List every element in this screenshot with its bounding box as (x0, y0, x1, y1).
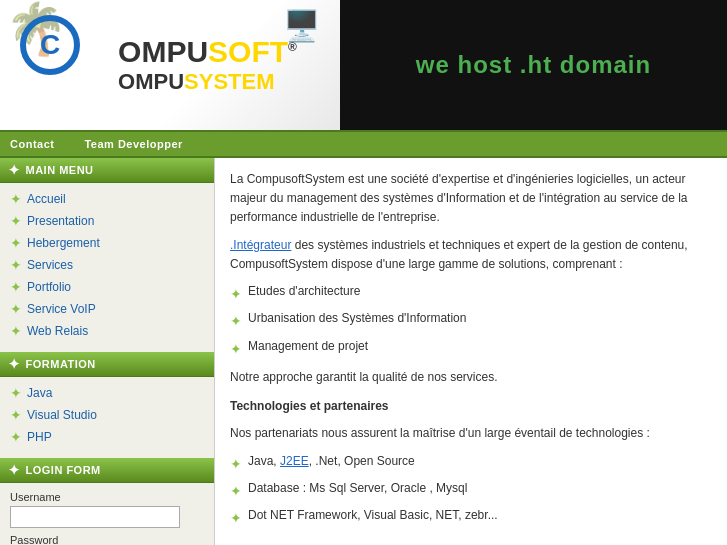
partnerships-text: Nos partenariats nous assurent la maîtri… (230, 424, 712, 443)
logo-compusoft: OMPUSOFT® (118, 35, 297, 69)
bullet-text: Urbanisation des Systèmes d'Information (248, 309, 466, 328)
header: 🌴 C 🖥️ OMPUSOFT® OMPUSYSTEM we host .ht … (0, 0, 727, 130)
nav-team-dev[interactable]: Team Developper (84, 138, 182, 150)
link-label: Service VoIP (27, 302, 96, 316)
tech-items-list: ✦ Java, J2EE, .Net, Open Source ✦ Databa… (230, 452, 712, 530)
sidebar-link-services[interactable]: ✦ Services (0, 254, 214, 276)
logo-text: OMPUSOFT® OMPUSYSTEM (118, 35, 297, 95)
bullet-icon: ✦ (230, 480, 242, 502)
sidebar-login-header: ✦ Login Form (0, 458, 214, 483)
sidebar-link-accueil[interactable]: ✦ Accueil (0, 188, 214, 210)
bullet-icon: ✦ (10, 279, 22, 295)
sidebar-link-php[interactable]: ✦ PHP (0, 426, 214, 448)
formation-title: Formation (26, 358, 96, 370)
sidebar-link-presentation[interactable]: ✦ Presentation (0, 210, 214, 232)
bullet-icon: ✦ (10, 323, 22, 339)
sidebar-link-java[interactable]: ✦ Java (0, 382, 214, 404)
link-label: PHP (27, 430, 52, 444)
logo-system-text: SYSTEM (184, 69, 274, 94)
logo-compusystem: OMPUSYSTEM (118, 69, 297, 95)
integrateur-rest: des systèmes industriels et techniques e… (230, 238, 688, 271)
solutions-list: ✦ Etudes d'architecture ✦ Urbanisation d… (230, 282, 712, 360)
main-layout: ✦ Main Menu ✦ Accueil ✦ Presentation ✦ H… (0, 158, 727, 545)
bullet-icon: ✦ (230, 310, 242, 332)
list-item-1: ✦ Etudes d'architecture (230, 282, 712, 305)
technologies-title: Technologies et partenaires (230, 397, 712, 416)
bullet-text: Etudes d'architecture (248, 282, 360, 301)
bullet-icon: ✦ (230, 283, 242, 305)
sidebar-login-section: ✦ Login Form Username Password (0, 458, 214, 545)
header-logo: 🌴 C 🖥️ OMPUSOFT® OMPUSYSTEM (0, 0, 340, 130)
formation-icon: ✦ (8, 356, 21, 372)
tech-text: Dot NET Framework, Visual Basic, NET, ze… (248, 506, 498, 525)
link-label: Services (27, 258, 73, 272)
link-label: Accueil (27, 192, 66, 206)
tech-item-java: ✦ Java, J2EE, .Net, Open Source (230, 452, 712, 475)
formation-links: ✦ Java ✦ Visual Studio ✦ PHP (0, 377, 214, 453)
intro-paragraph: La CompusoftSystem est une société d'exp… (230, 170, 712, 228)
link-label: Java (27, 386, 52, 400)
computer-icon: 🖥️ (283, 8, 320, 43)
slogan-domain: .ht domain (520, 51, 651, 78)
tech-text: Java, J2EE, .Net, Open Source (248, 452, 415, 471)
sidebar-formation-header: ✦ Formation (0, 352, 214, 377)
main-menu-links: ✦ Accueil ✦ Presentation ✦ Hebergement ✦… (0, 183, 214, 347)
bullet-icon: ✦ (10, 191, 22, 207)
username-label: Username (10, 491, 204, 503)
sidebar-link-hebergement[interactable]: ✦ Hebergement (0, 232, 214, 254)
bullet-text: Management de projet (248, 337, 368, 356)
sidebar-main-menu-header: ✦ Main Menu (0, 158, 214, 183)
tech-item-database: ✦ Database : Ms Sql Server, Oracle , Mys… (230, 479, 712, 502)
sidebar-link-portfolio[interactable]: ✦ Portfolio (0, 276, 214, 298)
sidebar-link-visualstudio[interactable]: ✦ Visual Studio (0, 404, 214, 426)
sidebar-main-menu-section: ✦ Main Menu ✦ Accueil ✦ Presentation ✦ H… (0, 158, 214, 347)
integrateur-paragraph: .Intégrateur des systèmes industriels et… (230, 236, 712, 274)
tech-text: Database : Ms Sql Server, Oracle , Mysql (248, 479, 467, 498)
logo-c-circle: C (20, 15, 80, 75)
tech-item-dotnet: ✦ Dot NET Framework, Visual Basic, NET, … (230, 506, 712, 529)
sidebar: ✦ Main Menu ✦ Accueil ✦ Presentation ✦ H… (0, 158, 215, 545)
main-content: La CompusoftSystem est une société d'exp… (215, 158, 727, 545)
list-item-3: ✦ Management de projet (230, 337, 712, 360)
link-label: Web Relais (27, 324, 88, 338)
bullet-icon: ✦ (10, 429, 22, 445)
bullet-icon: ✦ (10, 385, 22, 401)
integrateur-link[interactable]: .Intégrateur (230, 238, 291, 252)
main-menu-icon: ✦ (8, 162, 21, 178)
list-item-2: ✦ Urbanisation des Systèmes d'Informatio… (230, 309, 712, 332)
slogan-text: we host .ht domain (416, 51, 651, 79)
link-label: Visual Studio (27, 408, 97, 422)
bullet-icon: ✦ (10, 301, 22, 317)
logo-compu2: OMPU (118, 69, 184, 94)
sidebar-formation-section: ✦ Formation ✦ Java ✦ Visual Studio ✦ PHP (0, 352, 214, 453)
header-slogan-area: we host .ht domain (340, 0, 727, 130)
quality-text: Notre approche garantit la qualité de no… (230, 368, 712, 387)
bullet-icon: ✦ (10, 407, 22, 423)
username-input[interactable] (10, 506, 180, 528)
j2ee-link[interactable]: J2EE (280, 454, 309, 468)
bullet-icon: ✦ (10, 257, 22, 273)
bullet-icon: ✦ (10, 213, 22, 229)
bullet-icon: ✦ (10, 235, 22, 251)
sidebar-link-voip[interactable]: ✦ Service VoIP (0, 298, 214, 320)
link-label: Hebergement (27, 236, 100, 250)
sidebar-link-webrelais[interactable]: ✦ Web Relais (0, 320, 214, 342)
bullet-icon: ✦ (230, 338, 242, 360)
bullet-icon: ✦ (230, 507, 242, 529)
navbar: Contact Team Developper (0, 130, 727, 158)
slogan-prefix: we host (416, 51, 520, 78)
nav-contact[interactable]: Contact (10, 138, 54, 150)
link-label: Portfolio (27, 280, 71, 294)
login-form: Username Password (0, 483, 214, 545)
password-label: Password (10, 534, 204, 545)
login-icon: ✦ (8, 462, 21, 478)
login-title: Login Form (26, 464, 101, 476)
main-menu-title: Main Menu (26, 164, 94, 176)
logo-compu1: OMPU (118, 35, 208, 68)
logo-soft-text: SOFT (208, 35, 288, 68)
link-label: Presentation (27, 214, 94, 228)
bullet-icon: ✦ (230, 453, 242, 475)
